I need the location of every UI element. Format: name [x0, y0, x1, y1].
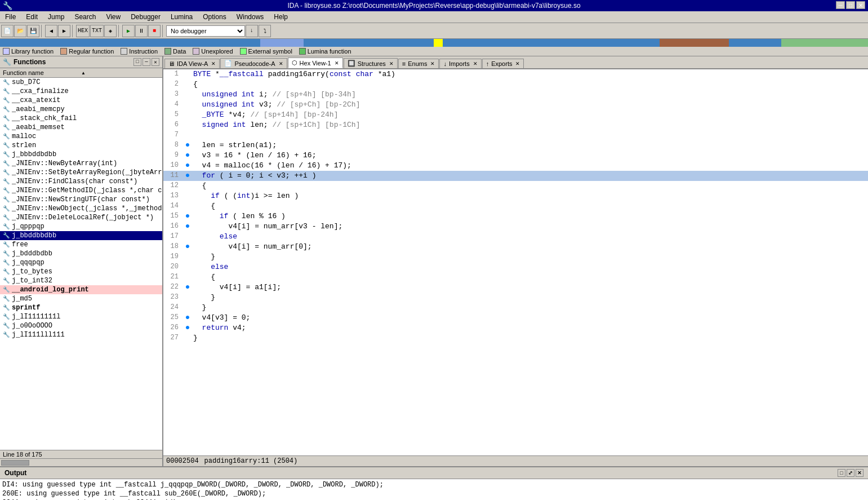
left-hscroll-bar[interactable] [0, 458, 162, 466]
func-item[interactable]: 🔧 j_qpppqp [0, 222, 162, 231]
menu-search[interactable]: Search [72, 12, 98, 21]
func-item[interactable]: 🔧 _JNIEnv::NewByteArray(int) [0, 159, 162, 168]
func-item[interactable]: 🔧 _JNIEnv::DeleteLocalRef(_jobject *) [0, 213, 162, 222]
func-item[interactable]: 🔧 __cxa_atexit [0, 96, 162, 105]
tab-hex-view-close[interactable]: ✕ [335, 60, 339, 66]
code-line-20: 20 else [163, 262, 868, 272]
functions-icon: 🔧 [3, 58, 11, 66]
menu-debugger[interactable]: Debugger [128, 12, 163, 21]
func-item[interactable]: 🔧 _JNIEnv::SetByteArrayRegion(_jbyteArra… [0, 168, 162, 177]
line-number-22: 22 [163, 282, 183, 291]
panel-btn-close[interactable]: ✕ [152, 58, 159, 66]
panel-btn-minimize[interactable]: ─ [143, 58, 150, 66]
tab-pseudocode-close[interactable]: ✕ [279, 61, 283, 67]
legend-unexplored: Unexplored [193, 48, 233, 55]
func-item[interactable]: 🔧 __cxa_finalize [0, 87, 162, 96]
output-restore-btn[interactable]: □ [838, 469, 845, 477]
func-item[interactable]: 🔧 j_bbbddbdbb [0, 150, 162, 159]
tab-structures-close[interactable]: ✕ [389, 61, 394, 67]
tab-imports-close[interactable]: ✕ [473, 61, 478, 67]
tab-pseudocode[interactable]: 📄 Pseudocode-A ✕ [220, 58, 287, 68]
func-name: j_bbddbbdbb [12, 232, 56, 240]
func-item[interactable]: 🔧 j_to_bytes [0, 267, 162, 276]
toolbar-stop[interactable]: ■ [148, 25, 161, 37]
func-item[interactable]: 🔧 _aeabi_memcpy [0, 105, 162, 114]
func-item[interactable]: 🔧 strlen [0, 141, 162, 150]
function-col-header[interactable]: Function name ▲ [0, 68, 162, 78]
func-item-selected[interactable]: 🔧 j_bbddbbdbb [0, 231, 162, 240]
tab-imports-label: Imports [449, 60, 470, 67]
toolbar-text[interactable]: TXT [90, 25, 104, 37]
func-item[interactable]: 🔧 j_lI111lll111 [0, 330, 162, 339]
toolbar-back[interactable]: ◀ [45, 25, 57, 37]
toolbar-open[interactable]: 📂 [14, 25, 26, 37]
debugger-select[interactable]: No debugger [166, 25, 245, 37]
func-item[interactable]: 🔧 free [0, 240, 162, 249]
toolbar-graph[interactable]: ◈ [104, 25, 117, 37]
func-item[interactable]: 🔧 _JNIEnv::NewStringUTF(char const*) [0, 195, 162, 204]
menu-file[interactable]: File [3, 12, 18, 21]
code-line-18: 18 ● v4[i] = num_arr[0]; [163, 242, 868, 252]
code-content-16: v4[i] = num_arr[v3 - len]; [192, 222, 868, 231]
func-icon: 🔧 [3, 205, 10, 212]
toolbar-step-over[interactable]: ⤵ [259, 25, 271, 37]
tab-enums-close[interactable]: ✕ [430, 61, 435, 67]
menu-help[interactable]: Help [271, 12, 290, 21]
tab-exports-close[interactable]: ✕ [515, 61, 520, 67]
toolbar-save[interactable]: 💾 [27, 25, 39, 37]
tab-imports[interactable]: ↓ Imports ✕ [439, 59, 481, 68]
code-line-5: 5 _BYTE *v4; // [sp+14h] [bp-24h] [163, 110, 868, 120]
func-name: j_lI1111111l [12, 313, 60, 321]
toolbar-forward[interactable]: ▶ [58, 25, 70, 37]
tab-ida-view[interactable]: 🖥 IDA View-A ✕ [164, 59, 220, 68]
menu-edit[interactable]: Edit [24, 12, 40, 21]
menu-windows[interactable]: Windows [234, 12, 266, 21]
toolbar-run[interactable]: ▶ [122, 25, 135, 37]
line-number-12: 12 [163, 181, 183, 189]
func-item[interactable]: 🔧 j_to_int32 [0, 276, 162, 285]
line-number-23: 23 [163, 293, 183, 301]
output-close-btn[interactable]: ✕ [856, 469, 863, 477]
tab-enums[interactable]: ≡ Enums ✕ [398, 59, 439, 68]
minimize-button[interactable]: ─ [836, 1, 845, 9]
func-item[interactable]: 🔧 _JNIEnv::NewObject(_jclass *,_jmethodI… [0, 204, 162, 213]
tab-hex-view[interactable]: ⬡ Hex View-1 ✕ [288, 57, 343, 68]
toolbar-step-into[interactable]: ↓ [246, 25, 258, 37]
output-content[interactable]: DI4: using guessed type int __fastcall j… [0, 479, 868, 500]
code-content-20: else [192, 262, 868, 272]
func-item-android-log[interactable]: 🔧 __android_log_print [0, 285, 162, 294]
toolbar-pause[interactable]: ⏸ [135, 25, 148, 37]
func-item[interactable]: 🔧 malloc [0, 132, 162, 141]
func-item[interactable]: 🔧 __stack_chk_fail [0, 114, 162, 123]
menu-lumina[interactable]: Lumina [168, 12, 195, 21]
func-item[interactable]: 🔧 j_qqqpqp [0, 258, 162, 267]
func-item[interactable]: 🔧 _JNIEnv::FindClass(char const*) [0, 177, 162, 186]
func-item[interactable]: 🔧 sub_D7C [0, 78, 162, 87]
toolbar-new[interactable]: 📄 [1, 25, 14, 37]
tab-exports[interactable]: ↑ Exports ✕ [482, 59, 524, 68]
close-button[interactable]: ✕ [856, 1, 865, 9]
func-item[interactable]: 🔧 j_md5 [0, 294, 162, 303]
tab-ida-view-close[interactable]: ✕ [211, 61, 216, 67]
toolbar-hex[interactable]: HEX [76, 25, 90, 37]
menu-options[interactable]: Options [201, 12, 228, 21]
tab-exports-icon: ↑ [486, 60, 489, 67]
line-number-11: 11 [163, 171, 183, 179]
menu-jump[interactable]: Jump [46, 12, 66, 21]
tab-structures[interactable]: 🔲 Structures ✕ [344, 58, 398, 68]
navigation-bar[interactable] [0, 39, 868, 47]
maximize-button[interactable]: □ [846, 1, 855, 9]
code-area[interactable]: 1 BYTE *__fastcall padding16arry(const c… [163, 69, 868, 455]
left-hscroll-thumb[interactable] [1, 460, 29, 466]
func-item[interactable]: 🔧 j_lI1111111l [0, 312, 162, 321]
panel-btn-restore[interactable]: □ [133, 58, 141, 66]
func-item[interactable]: 🔧 j_o0OoOOOO [0, 321, 162, 330]
func-item[interactable]: 🔧 j_bdddbdbb [0, 249, 162, 258]
func-item[interactable]: 🔧 _JNIEnv::GetMethodID(_jclass *,char co… [0, 186, 162, 195]
line-dot-26: ● [183, 323, 192, 332]
code-line-17: 17 else [163, 232, 868, 242]
output-float-btn[interactable]: ⤢ [847, 469, 854, 477]
menu-view[interactable]: View [104, 12, 123, 21]
func-item[interactable]: 🔧 _aeabi_memset [0, 123, 162, 132]
func-item[interactable]: 🔧 sprintf [0, 303, 162, 312]
